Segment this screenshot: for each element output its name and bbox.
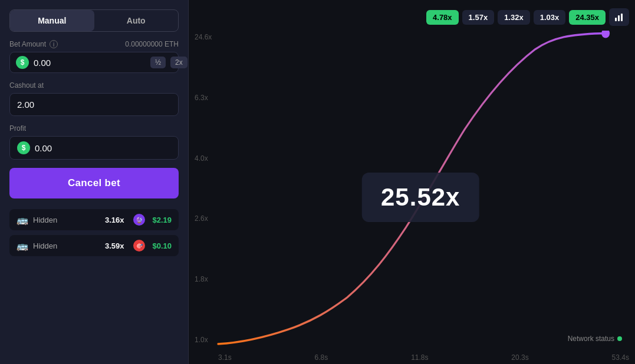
badge-1[interactable]: 1.57x — [462, 10, 495, 25]
half-button[interactable]: ½ — [150, 57, 166, 68]
cashout-input[interactable] — [9, 93, 179, 116]
profit-label: Profit — [9, 124, 179, 133]
mode-tabs: Manual Auto — [9, 9, 179, 32]
network-status: Network status — [568, 335, 622, 343]
badge-3[interactable]: 1.03x — [534, 10, 566, 25]
profit-section: Profit $ 0.00 — [9, 124, 179, 160]
avatar-2: 🎯 — [133, 240, 145, 252]
bet-amount-label: Bet Amount — [9, 40, 46, 48]
x-label-3: 20.3s — [511, 353, 528, 362]
stats-button[interactable] — [609, 8, 629, 26]
bet-label-1: Hidden — [33, 216, 100, 224]
svg-point-3 — [601, 31, 610, 38]
double-button[interactable]: 2x — [170, 57, 187, 68]
bet-amount-label-row: Bet Amount i 0.00000000 ETH — [9, 40, 179, 48]
badge-2[interactable]: 1.32x — [498, 10, 530, 25]
cashout-section: Cashout at — [9, 81, 179, 116]
x-axis-labels: 3.1s 6.8s 11.8s 20.3s 53.4s — [218, 351, 629, 364]
bet-win-2: $0.10 — [152, 241, 172, 250]
current-multiplier: 25.52x — [362, 173, 479, 222]
bets-list: 🚌 Hidden 3.16x 🔮 $2.19 🚌 Hidden 3.59x 🎯 … — [9, 209, 179, 256]
bet-input-row: $ ½ 2x — [9, 52, 179, 73]
profit-value: 0.00 — [35, 143, 52, 153]
cashout-label: Cashout at — [9, 81, 179, 90]
right-panel: 4.78x 1.57x 1.32x 1.03x 24.35x 24.6x 6.3… — [189, 0, 635, 364]
x-label-4: 53.4s — [612, 353, 629, 362]
network-status-label: Network status — [568, 335, 614, 343]
bet-item-2: 🚌 Hidden 3.59x 🎯 $0.10 — [9, 235, 179, 256]
svg-rect-2 — [621, 14, 623, 21]
tab-auto[interactable]: Auto — [94, 10, 179, 31]
bet-multiplier-2: 3.59x — [105, 241, 124, 250]
bet-label-2: Hidden — [33, 241, 100, 250]
profit-coin-icon: $ — [17, 141, 30, 154]
bet-win-1: $2.19 — [152, 216, 172, 224]
svg-rect-0 — [615, 18, 617, 21]
x-label-0: 3.1s — [218, 353, 232, 362]
chart-area: 24.6x 6.3x 4.0x 2.6x 1.8x 1.0x 25.52x 3. — [195, 31, 629, 364]
network-status-dot — [617, 336, 622, 341]
avatar-1: 🔮 — [133, 214, 145, 226]
x-label-2: 11.8s — [411, 353, 428, 362]
bet-amount-info-icon[interactable]: i — [50, 40, 58, 48]
multiplier-badges: 4.78x 1.57x 1.32x 1.03x 24.35x — [195, 6, 629, 31]
bet-item: 🚌 Hidden 3.16x 🔮 $2.19 — [9, 209, 179, 230]
eth-value: 0.00000000 ETH — [125, 40, 179, 48]
cancel-bet-button[interactable]: Cancel bet — [9, 168, 179, 198]
bus-icon-1: 🚌 — [17, 214, 28, 226]
bus-icon-2: 🚌 — [17, 240, 28, 252]
bet-amount-section: Bet Amount i 0.00000000 ETH $ ½ 2x — [9, 40, 179, 73]
x-label-1: 6.8s — [315, 353, 328, 362]
badge-0[interactable]: 4.78x — [426, 10, 459, 25]
svg-rect-1 — [618, 15, 620, 21]
badge-4[interactable]: 24.35x — [569, 10, 606, 25]
bet-multiplier-1: 3.16x — [105, 216, 124, 224]
coin-icon: $ — [16, 56, 29, 69]
tab-manual[interactable]: Manual — [10, 10, 94, 31]
profit-row: $ 0.00 — [9, 136, 179, 160]
bet-amount-input[interactable] — [34, 58, 146, 68]
left-panel: Manual Auto Bet Amount i 0.00000000 ETH … — [0, 0, 189, 364]
